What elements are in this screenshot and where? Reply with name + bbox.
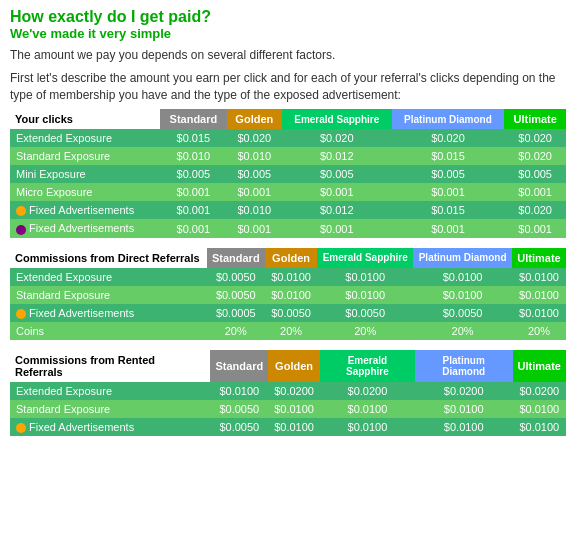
your-clicks-section: Your clicks Standard Golden Emerald Sapp… bbox=[10, 109, 566, 237]
table-row: Fixed Advertisements$0.0050$0.0100$0.010… bbox=[10, 418, 566, 436]
sub-title: We've made it very simple bbox=[10, 26, 566, 41]
table-row: Mini Exposure$0.005$0.005$0.005$0.005$0.… bbox=[10, 165, 566, 183]
table1-section-label: Your clicks bbox=[10, 109, 160, 129]
header3-emerald: Emerald Sapphire bbox=[320, 350, 415, 382]
table-row: Coins20%20%20%20%20% bbox=[10, 322, 566, 340]
header-emerald: Emerald Sapphire bbox=[282, 109, 392, 129]
header2-emerald: Emerald Sapphire bbox=[317, 248, 413, 268]
table-row: Fixed Advertisements$0.0005$0.0050$0.005… bbox=[10, 304, 566, 322]
header3-ultimate: Ultimate bbox=[513, 350, 566, 382]
intro-1: The amount we pay you depends on several… bbox=[10, 47, 566, 64]
table-row: Standard Exposure$0.0050$0.0100$0.0100$0… bbox=[10, 400, 566, 418]
page-container: How exactly do I get paid? We've made it… bbox=[0, 0, 576, 454]
header3-golden: Golden bbox=[268, 350, 320, 382]
table3-section-label: Commissions from Rented Referrals bbox=[10, 350, 210, 382]
main-title: How exactly do I get paid? bbox=[10, 8, 566, 26]
header2-platinum: Platinum Diamond bbox=[413, 248, 512, 268]
table-row: Extended Exposure$0.0050$0.0100$0.0100$0… bbox=[10, 268, 566, 286]
header3-platinum: Platinum Diamond bbox=[415, 350, 513, 382]
table-row: Fixed Advertisements$0.001$0.010$0.012$0… bbox=[10, 201, 566, 219]
table-row: Standard Exposure$0.0050$0.0100$0.0100$0… bbox=[10, 286, 566, 304]
header2-standard: Standard bbox=[207, 248, 265, 268]
header-ultimate: Ultimate bbox=[504, 109, 566, 129]
table-row: Extended Exposure$0.015$0.020$0.020$0.02… bbox=[10, 129, 566, 147]
table3-header-row: Commissions from Rented Referrals Standa… bbox=[10, 350, 566, 382]
header-golden: Golden bbox=[227, 109, 282, 129]
table-row: Standard Exposure$0.010$0.010$0.012$0.01… bbox=[10, 147, 566, 165]
table2-header-row: Commissions from Direct Referrals Standa… bbox=[10, 248, 566, 268]
intro-2: First let's describe the amount you earn… bbox=[10, 70, 566, 104]
header3-standard: Standard bbox=[210, 350, 268, 382]
header2-golden: Golden bbox=[265, 248, 317, 268]
header-platinum: Platinum Diamond bbox=[392, 109, 505, 129]
table1-header-row: Your clicks Standard Golden Emerald Sapp… bbox=[10, 109, 566, 129]
rented-referrals-section: Commissions from Rented Referrals Standa… bbox=[10, 350, 566, 436]
header2-ultimate: Ultimate bbox=[512, 248, 566, 268]
table-row: Fixed Advertisements$0.001$0.001$0.001$0… bbox=[10, 219, 566, 237]
header-standard: Standard bbox=[160, 109, 227, 129]
table-row: Extended Exposure$0.0100$0.0200$0.0200$0… bbox=[10, 382, 566, 400]
direct-referrals-section: Commissions from Direct Referrals Standa… bbox=[10, 248, 566, 340]
table-row: Micro Exposure$0.001$0.001$0.001$0.001$0… bbox=[10, 183, 566, 201]
table2-section-label: Commissions from Direct Referrals bbox=[10, 248, 207, 268]
